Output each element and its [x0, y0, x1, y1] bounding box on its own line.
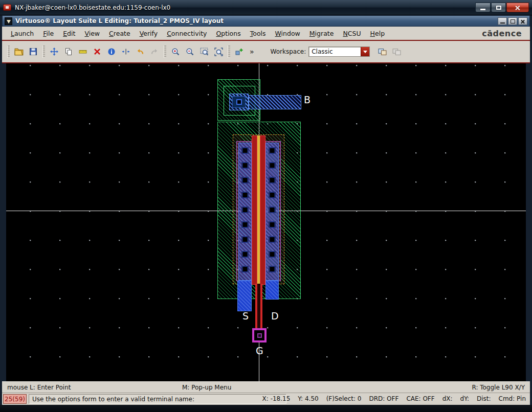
bulk-contact-via — [236, 99, 242, 105]
menu-edit[interactable]: Edit — [58, 28, 80, 39]
zoom-area-icon — [200, 48, 209, 56]
poly-route[interactable] — [255, 284, 262, 329]
workspace-revert-button[interactable] — [389, 45, 404, 58]
window-bottom-frame — [0, 405, 532, 412]
zoom-to-fit-button[interactable] — [211, 45, 226, 58]
menu-help[interactable]: Help — [366, 28, 390, 39]
toolbar-handle[interactable] — [42, 45, 45, 58]
workspace-save-button[interactable] — [375, 45, 389, 58]
workspace-select[interactable]: Classic — [308, 47, 370, 57]
bulk-metal-strip[interactable] — [249, 95, 301, 109]
pin-label-bulk[interactable]: B — [304, 95, 311, 105]
contact-via — [242, 207, 249, 213]
menu-view[interactable]: View — [80, 28, 104, 39]
contact-via — [269, 236, 276, 243]
copy-icon — [64, 48, 73, 56]
toolbar-handle[interactable] — [164, 45, 166, 58]
zoom-fit-icon — [214, 48, 223, 56]
app-minimize-button[interactable] — [498, 17, 507, 25]
pin-label-source[interactable]: S — [242, 311, 249, 321]
dropdown-arrow-icon[interactable] — [361, 47, 369, 56]
contact-via — [242, 236, 249, 243]
source-pad[interactable] — [237, 281, 252, 311]
contact-via — [269, 162, 276, 169]
current-command: Cmd: Pin — [499, 395, 526, 402]
pin-label-drain[interactable]: D — [271, 311, 279, 321]
cursor-x: X: -18.15 — [262, 395, 291, 402]
cursor-y: Y: 4.50 — [298, 395, 318, 402]
menu-window[interactable]: Window — [271, 28, 305, 39]
menu-create[interactable]: Create — [104, 28, 135, 39]
command-counter: 25(59) — [3, 394, 27, 404]
delete-button[interactable] — [90, 45, 104, 58]
pin-label-gate[interactable]: G — [256, 346, 263, 356]
menu-migrate[interactable]: Migrate — [305, 28, 339, 39]
app-restore-button[interactable] — [508, 17, 517, 25]
menu-ncsu[interactable]: NCSU — [338, 28, 365, 39]
contact-via — [269, 207, 276, 213]
menu-file[interactable]: File — [38, 28, 58, 39]
move-button[interactable] — [47, 45, 61, 58]
contact-via — [269, 177, 276, 184]
gate-contact[interactable] — [252, 328, 267, 342]
contact-via — [242, 251, 249, 258]
mouse-left-hint: mouse L: Enter Point — [7, 384, 71, 391]
menu-launch[interactable]: Launch — [6, 28, 38, 39]
open-button[interactable] — [12, 45, 26, 58]
mouse-right-hint: R: Toggle L90 X/Y — [472, 384, 525, 391]
delta-x: dX: — [442, 395, 453, 402]
menu-options[interactable]: Options — [211, 28, 245, 39]
save-button[interactable] — [26, 45, 40, 58]
outer-titlebar[interactable]: NX-jbaker@coen-lx0.boisestate.edu:1159-c… — [0, 0, 532, 15]
zoom-to-area-button[interactable] — [197, 45, 211, 58]
info-icon — [107, 48, 116, 56]
contact-via — [269, 221, 276, 228]
redo-button[interactable] — [147, 45, 162, 58]
toolbar-handle[interactable] — [228, 45, 230, 58]
copy-button[interactable] — [61, 45, 76, 58]
toolbar: » Workspace: Classic — [2, 41, 530, 63]
save-floppy-icon — [29, 48, 37, 56]
place-instance-button[interactable] — [232, 45, 247, 58]
contact-via — [242, 147, 249, 154]
maximize-button[interactable] — [491, 3, 506, 12]
stretch-button[interactable] — [119, 45, 133, 58]
menu-connectivity[interactable]: Connectivity — [162, 28, 211, 39]
menu-tools[interactable]: Tools — [246, 28, 271, 39]
zoom-in-button[interactable] — [168, 45, 183, 58]
drd-status: DRD: OFF — [369, 395, 398, 402]
delta-y: dY: — [460, 395, 469, 402]
zoom-in-icon — [171, 48, 180, 56]
source-metal-rail[interactable] — [238, 143, 252, 281]
app-titlebar[interactable]: Virtuoso® Layout Suite L Editing: Tutori… — [2, 15, 530, 27]
bulk-contact[interactable] — [229, 94, 249, 110]
contact-via — [269, 266, 276, 272]
mouse-middle-hint: M: Pop-up Menu — [182, 384, 231, 391]
minimize-button[interactable] — [475, 3, 491, 12]
workspace-value: Classic — [309, 48, 333, 55]
contact-via — [269, 147, 276, 154]
properties-button[interactable] — [104, 45, 119, 58]
ruler-button[interactable] — [76, 45, 90, 58]
workspace-label: Workspace: — [271, 48, 306, 55]
zoom-out-icon — [186, 48, 194, 56]
undo-arrow-icon — [136, 48, 144, 56]
redo-arrow-icon — [150, 48, 159, 56]
toolbar-overflow-button[interactable]: » — [247, 48, 257, 56]
layout-canvas[interactable]: B — [6, 63, 526, 381]
poly-gate[interactable] — [252, 135, 265, 285]
workspace-save-icon — [378, 48, 387, 56]
drain-metal-rail[interactable] — [265, 143, 279, 281]
contact-via — [242, 162, 249, 169]
close-button[interactable] — [506, 3, 529, 12]
zoom-out-button[interactable] — [183, 45, 197, 58]
virtuoso-icon[interactable] — [5, 17, 12, 25]
stretch-icon — [122, 48, 130, 56]
toolbar-handle[interactable] — [7, 45, 10, 58]
menu-verify[interactable]: Verify — [135, 28, 162, 39]
cadence-logo: cādence — [482, 29, 526, 38]
app-close-button[interactable] — [518, 17, 527, 25]
bulk-contact-cut — [232, 96, 246, 108]
undo-button[interactable] — [133, 45, 147, 58]
drain-pad[interactable] — [265, 281, 279, 300]
